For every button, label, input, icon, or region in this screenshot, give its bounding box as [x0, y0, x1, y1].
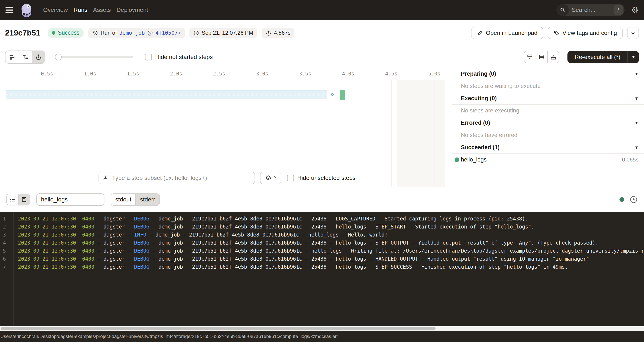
raw-log-view-button[interactable] [18, 194, 30, 205]
log-source: - dagster - [94, 232, 134, 238]
nav-link-overview[interactable]: Overview [43, 6, 68, 13]
status-label: Success [58, 30, 80, 36]
section-errored[interactable]: Errored (0) ▼ [452, 117, 644, 129]
step-duration: 0.065s [622, 156, 638, 163]
log-source: - dagster - [94, 224, 134, 230]
search-placeholder: Search... [572, 6, 595, 13]
start-time: Sep 21, 12:07:26 PM [202, 30, 253, 36]
step-execution-bar-hello-logs[interactable] [340, 90, 345, 100]
gear-icon[interactable]: ⚙ [631, 6, 638, 14]
gantt-zoom-slider[interactable] [55, 54, 133, 60]
panel-up-icon [550, 54, 556, 60]
dagster-run-page: Overview Runs Assets Deployment Search..… [0, 0, 644, 342]
status-badge: Success [48, 28, 84, 38]
op-selector-icon [102, 174, 109, 181]
gantt-chart-area[interactable] [0, 80, 445, 187]
nav-link-deployment[interactable]: Deployment [116, 6, 148, 13]
log-timestamp: 2023-09-21 12:07:30 -0400 [18, 216, 94, 222]
expand-top-panel-button[interactable] [548, 51, 559, 63]
expand-bottom-panel-button[interactable] [524, 51, 536, 63]
log-view-toggle [6, 194, 30, 206]
flat-view-button[interactable] [6, 51, 18, 63]
step-subset-input[interactable] [98, 172, 255, 184]
nav-link-runs[interactable]: Runs [74, 6, 87, 13]
reexecute-all-button[interactable]: Re-execute all (*) [568, 51, 628, 63]
open-in-launchpad-button[interactable]: Open in Launchpad [471, 27, 543, 39]
view-tags-config-button[interactable]: View tags and config [548, 27, 623, 39]
log-source: - dagster - [94, 256, 134, 262]
raw-log-viewer[interactable]: 1 2023-09-21 12:07:30 -0400 - dagster - … [0, 212, 644, 326]
caret-down-icon: ▼ [634, 72, 638, 76]
timed-view-button[interactable] [32, 51, 45, 63]
timeline-axis: 0.5s 1.0s 1.5s 2.0s 2.5s 3.0s 3.5s 4.0s … [0, 68, 445, 80]
log-timestamp: 2023-09-21 12:07:30 -0400 [18, 264, 94, 270]
log-level: DEBUG [134, 240, 149, 246]
log-timestamp: 2023-09-21 12:07:30 -0400 [18, 232, 94, 238]
pencil-icon [477, 30, 483, 36]
start-time-tag: Sep 21, 12:07:26 PM [190, 28, 257, 38]
stopwatch-icon [266, 30, 272, 36]
log-message: - demo_job - 219c7b51-b62f-4e5b-8de8-0e7… [149, 256, 589, 262]
tab-stderr[interactable]: stderr [135, 194, 160, 205]
chevron-down-icon [630, 30, 636, 36]
run-id: 219c7b51 [5, 28, 40, 38]
hide-unselected-label: Hide unselected steps [297, 174, 356, 181]
commit-link[interactable]: 4f105077 [156, 30, 181, 36]
reexecute-options-button[interactable]: ▾ [628, 51, 639, 63]
horizontal-scrollbar[interactable] [0, 326, 644, 331]
log-message: - demo_job - 219c7b51-b62f-4e5b-8de8-0e7… [149, 240, 598, 246]
header-more-actions-button[interactable] [627, 27, 639, 39]
step-status-panel: Preparing (0) ▼ No steps are waiting to … [452, 68, 644, 187]
log-source: - dagster - [94, 216, 134, 222]
hide-not-started-toggle[interactable]: Hide not started steps [145, 54, 213, 60]
axis-tick: 1.0s [84, 71, 96, 77]
clock-icon [193, 30, 199, 36]
hide-unselected-toggle[interactable]: Hide unselected steps [287, 174, 356, 181]
executing-empty-row: No steps are executing [452, 105, 644, 117]
log-line: 3 2023-09-21 12:07:30 -0400 - dagster - … [0, 231, 644, 239]
reexecute-button-group: Re-execute all (*) ▾ [568, 51, 639, 63]
line-number: 2 [0, 223, 6, 231]
search-shortcut-badge: / [614, 5, 623, 14]
nav-link-assets[interactable]: Assets [93, 6, 111, 13]
terminal-doc-icon [21, 196, 27, 202]
errored-empty-row: No steps have errored [452, 129, 644, 142]
log-level: DEBUG [134, 256, 149, 262]
axis-tick: 0.5s [41, 71, 53, 77]
search-input[interactable]: Search... / [556, 4, 624, 16]
log-step-filter-input[interactable] [36, 194, 104, 206]
line-number: 7 [0, 263, 6, 271]
step-row-hello-logs[interactable]: hello_logs 0.065s [452, 154, 644, 166]
hide-not-started-label: Hide not started steps [155, 54, 213, 60]
scrollbar-thumb[interactable] [1, 327, 436, 330]
axis-tick: 1.5s [127, 71, 139, 77]
download-log-button[interactable] [630, 196, 638, 204]
waterfall-view-button[interactable] [18, 51, 32, 63]
layers-icon [265, 175, 272, 181]
line-number: 5 [0, 247, 6, 255]
log-line: 2 2023-09-21 12:07:30 -0400 - dagster - … [0, 223, 644, 231]
section-preparing[interactable]: Preparing (0) ▼ [452, 68, 644, 80]
graph-query-toggle-button[interactable]: ^ [260, 172, 281, 184]
hide-not-started-checkbox[interactable] [145, 54, 152, 60]
view-tags-config-label: View tags and config [562, 30, 617, 36]
step-subset-bar: ^ Hide unselected steps [98, 172, 356, 184]
caret-down-icon: ▼ [634, 96, 638, 101]
job-link[interactable]: demo_job [119, 30, 144, 36]
slider-handle[interactable] [55, 54, 62, 60]
structured-log-view-button[interactable] [7, 194, 18, 205]
open-in-launchpad-label: Open in Launchpad [486, 30, 538, 36]
hide-unselected-checkbox[interactable] [287, 174, 294, 181]
section-executing[interactable]: Executing (0) ▼ [452, 92, 644, 105]
dagster-logo-icon[interactable] [20, 2, 34, 18]
log-toolbar-right [620, 196, 638, 204]
menu-icon[interactable] [6, 7, 13, 13]
gridline [434, 80, 434, 187]
tab-stdout[interactable]: stdout [111, 194, 135, 205]
panel-down-icon [527, 54, 533, 60]
log-line: 5 2023-09-21 12:07:30 -0400 - dagster - … [0, 247, 644, 255]
split-panels-button[interactable] [536, 51, 548, 63]
section-succeeded[interactable]: Succeeded (1) ▼ [452, 142, 644, 154]
log-line: 7 2023-09-21 12:07:30 -0400 - dagster - … [0, 263, 644, 271]
preparing-empty-row: No steps are waiting to execute [452, 80, 644, 92]
